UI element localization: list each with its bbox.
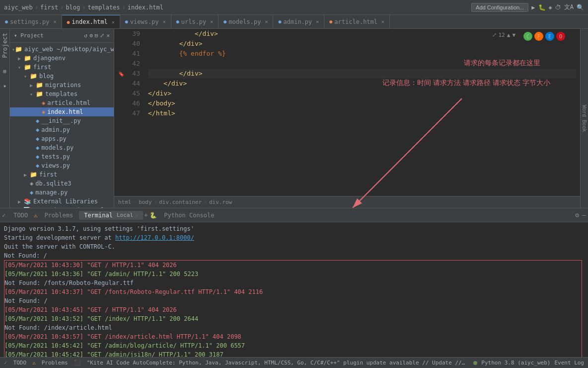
code-line-43: </div> (148, 69, 576, 79)
path-div-container[interactable]: div.container (159, 199, 202, 205)
tab-terminal[interactable]: Terminal Local ✕ (79, 211, 143, 220)
sidebar-gear-icon[interactable]: ⚙ (89, 32, 93, 39)
tab-settings-label: settings.py (10, 18, 49, 25)
server-link[interactable]: http://127.0.0.1:8000/ (115, 234, 194, 241)
settings-icon[interactable]: ⚙ (575, 211, 579, 219)
tab-problems[interactable]: Problems (39, 211, 78, 220)
log-box: [05/Mar/2021 10:43:30] "GET / HTTP/1.1" … (4, 260, 582, 357)
terminal-close-icon[interactable]: ✕ (135, 212, 138, 218)
tab-views[interactable]: ● views.py ✕ (120, 15, 171, 29)
status-bar-right: Python 3.8 (aiyc_web) Event Log (473, 360, 584, 366)
word-book-label[interactable]: Word Book (582, 105, 587, 132)
sidebar-expand-icon[interactable]: ⤢ (100, 32, 104, 39)
python-version-label[interactable]: Python 3.8 (aiyc_web) (481, 360, 550, 366)
code-line-40: </div> (148, 39, 576, 49)
path-html[interactable]: html (118, 199, 132, 205)
breadcrumb-blog[interactable]: blog (66, 4, 80, 11)
project-icon[interactable]: Project (1, 33, 8, 58)
tree-blog[interactable]: ▾ 📁 blog (10, 72, 114, 81)
tree-root[interactable]: ▾ 📁 aiyc_web ~/Desktop/aiyc_we (10, 45, 114, 54)
profile-icon[interactable]: ⏱ (555, 4, 561, 11)
breadcrumb-templates[interactable]: templates (88, 4, 120, 11)
tab-admin-close[interactable]: ✕ (316, 19, 319, 24)
tree-tests-py[interactable]: ◆ tests.py (10, 152, 114, 161)
code-content[interactable]: 🔖 39 40 41 42 43 44 45 46 47 (114, 29, 580, 196)
tab-views-close[interactable]: ✕ (163, 19, 166, 24)
tree-admin-py[interactable]: ◆ admin.py (10, 125, 114, 134)
tree-apps-py-label: apps.py (41, 135, 67, 142)
run-icon[interactable]: ▶ (531, 4, 535, 11)
tree-views-py[interactable]: ◆ views.py (10, 161, 114, 170)
tree-apps-py[interactable]: ◆ apps.py (10, 134, 114, 143)
tree-external-libs[interactable]: ▶ 📚 External Libraries (10, 197, 114, 206)
chrome-icon[interactable]: C (523, 32, 532, 41)
code-editor[interactable]: </div> </div> {% endfor %} </div> </div>… (144, 29, 580, 196)
tree-first[interactable]: ▾ 📁 first (10, 63, 114, 72)
tab-todo[interactable]: TODO (8, 211, 33, 220)
firefox-icon[interactable]: F (534, 32, 543, 41)
debug-icon[interactable]: 🐛 (538, 4, 546, 11)
expand-icon[interactable]: ⤢ (492, 32, 497, 38)
tab-index-close[interactable]: ✕ (112, 19, 115, 25)
path-sep2: › (154, 199, 157, 205)
tree-djangoenv[interactable]: ▶ 📁 djangoenv (10, 54, 114, 63)
breadcrumb-first[interactable]: first (40, 4, 58, 11)
sidebar-close-icon[interactable]: ✕ (106, 32, 110, 39)
tree-article-html[interactable]: ◈ article.html (10, 98, 114, 107)
event-log-label[interactable]: Event Log (554, 360, 584, 366)
term-line-10: Not Found: / (4, 296, 582, 305)
sidebar-filter-icon[interactable]: ⊟ (95, 32, 98, 39)
tree-db-sqlite[interactable]: ◈ db.sqlite3 (10, 179, 114, 188)
path-div-row[interactable]: div.row (209, 199, 232, 205)
tree-manage-py[interactable]: ◆ manage.py (10, 188, 114, 197)
tree-djangoenv-label: djangoenv (33, 55, 66, 62)
search-icon[interactable]: 🔍 (577, 4, 584, 11)
file-icon: ◆ (36, 117, 39, 124)
tree-templates-label: templates (45, 91, 77, 97)
tree-init-py[interactable]: ◆ __init__.py (10, 116, 114, 125)
tree-migrations[interactable]: ▶ 📁 migrations (10, 81, 114, 90)
tab-urls[interactable]: ● urls.py ✕ (171, 15, 219, 29)
tab-article[interactable]: ● article.html ✕ (324, 15, 390, 29)
add-config-button[interactable]: Add Configuration... (471, 3, 528, 12)
translate-icon[interactable]: 文A (564, 3, 574, 11)
tree-index-html[interactable]: ◈ index.html (10, 107, 114, 116)
minimize-icon[interactable]: — (582, 211, 586, 219)
tab-index[interactable]: ● index.html ✕ (62, 15, 120, 29)
folder-icon: 📁 (24, 55, 31, 62)
tab-python-console[interactable]: Python Console (159, 211, 219, 220)
term-line-5: Not Found: / (4, 251, 584, 260)
tree-templates[interactable]: ▾ 📁 templates (10, 90, 114, 98)
opera-icon[interactable]: O (556, 32, 565, 41)
path-body[interactable]: body (139, 199, 152, 205)
tree-models-py[interactable]: ◆ models.py (10, 143, 114, 152)
tab-article-close[interactable]: ✕ (381, 19, 384, 24)
tab-settings[interactable]: ● settings.py ✕ (0, 15, 62, 29)
chevron-down-icon[interactable]: ▼ (512, 32, 515, 38)
breadcrumb-aiyc[interactable]: aiyc_web (4, 4, 33, 11)
chevron-up-icon[interactable]: ▲ (507, 32, 511, 38)
status-todo-label[interactable]: TODO (13, 360, 27, 366)
tab-urls-close[interactable]: ✕ (210, 19, 213, 24)
add-tab-icon[interactable]: + (144, 212, 147, 219)
favorites-icon[interactable]: ★ (3, 83, 6, 89)
tab-urls-label: urls.py (181, 18, 207, 25)
sidebar-refresh-icon[interactable]: ↺ (84, 32, 88, 39)
tab-models[interactable]: ● models.py ✕ (219, 15, 273, 29)
project-toggle[interactable]: ▾ Project (14, 32, 44, 39)
breadcrumb-index[interactable]: index.html (128, 4, 163, 11)
term-line-14: [05/Mar/2021 10:43:57] "GET /index/artic… (4, 332, 582, 341)
tree-db-sqlite-label: db.sqlite3 (35, 180, 71, 187)
coverage-icon[interactable]: ◈ (549, 4, 552, 11)
tab-admin[interactable]: ● admin.py ✕ (273, 15, 324, 29)
tree-first2[interactable]: ▶ 📁 first (10, 170, 114, 179)
file-icon: ◈ (30, 180, 33, 187)
edge-icon[interactable]: E (545, 32, 554, 41)
bottom-right-icons: ⚙ — (575, 211, 586, 219)
tree-tests-py-label: tests.py (41, 153, 70, 160)
status-problems-label[interactable]: Problems (42, 360, 68, 366)
tab-models-close[interactable]: ✕ (265, 19, 268, 24)
structure-icon[interactable]: ⊞ (3, 68, 6, 75)
tab-settings-close[interactable]: ✕ (54, 19, 57, 24)
terminal-content[interactable]: Django version 3.1.7, using settings 'fi… (0, 222, 588, 357)
